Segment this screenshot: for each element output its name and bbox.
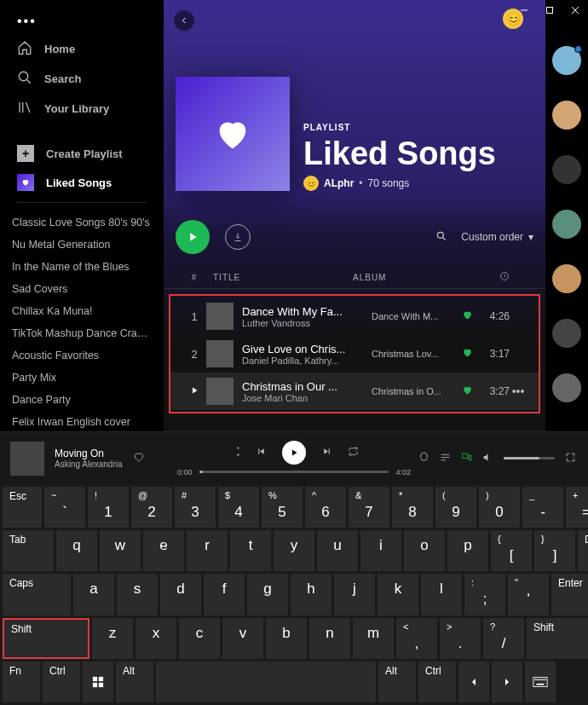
playlist-item[interactable]: Nu Metal Generation bbox=[12, 234, 152, 256]
minimize-button[interactable] bbox=[511, 0, 537, 20]
playlist-item[interactable]: Felix Irwan English cover bbox=[12, 411, 152, 433]
download-button[interactable] bbox=[225, 224, 251, 250]
key-y[interactable]: y bbox=[274, 530, 314, 571]
key-shift[interactable]: Shift bbox=[527, 618, 588, 659]
friend-avatar[interactable] bbox=[552, 373, 581, 402]
maximize-button[interactable] bbox=[537, 0, 562, 20]
key-alt[interactable]: Alt bbox=[116, 662, 153, 702]
key-2[interactable]: @2 bbox=[131, 487, 172, 528]
key-c[interactable]: c bbox=[179, 618, 220, 659]
key-b[interactable]: b bbox=[266, 618, 307, 659]
track-album[interactable]: Dance With M... bbox=[372, 311, 457, 321]
key-r[interactable]: r bbox=[187, 530, 228, 571]
key-a[interactable]: a bbox=[73, 574, 114, 615]
key-shift[interactable]: Shift bbox=[3, 618, 89, 659]
key-g[interactable]: g bbox=[247, 574, 288, 615]
playlist-item[interactable]: Party Mix bbox=[12, 367, 152, 389]
now-playing-artist[interactable]: Asking Alexandria bbox=[55, 459, 123, 469]
key-windows[interactable] bbox=[83, 662, 113, 702]
key-z[interactable]: z bbox=[92, 618, 133, 659]
liked-icon[interactable] bbox=[457, 309, 477, 323]
key-o[interactable]: o bbox=[404, 530, 445, 571]
sort-dropdown[interactable]: Custom order ▾ bbox=[461, 231, 533, 243]
key-keyboard-toggle[interactable] bbox=[525, 662, 556, 702]
key-m[interactable]: m bbox=[353, 618, 394, 659]
playlist-item[interactable]: Chillax Ka Muna! bbox=[12, 300, 152, 322]
friend-avatar[interactable] bbox=[552, 319, 581, 348]
key-0[interactable]: )0 bbox=[479, 487, 520, 528]
track-album[interactable]: Christmas in O... bbox=[372, 386, 457, 396]
app-menu-button[interactable]: ••• bbox=[17, 14, 37, 29]
key-v[interactable]: v bbox=[222, 618, 263, 659]
fullscreen-button[interactable] bbox=[565, 451, 576, 466]
friend-avatar[interactable] bbox=[552, 101, 581, 130]
sidebar-home[interactable]: Home bbox=[10, 34, 153, 64]
key-caps[interactable]: Caps bbox=[3, 574, 71, 615]
playlist-item[interactable]: In the Name of the Blues bbox=[12, 256, 152, 278]
liked-icon[interactable] bbox=[457, 347, 477, 361]
next-button[interactable] bbox=[321, 445, 332, 460]
lyrics-button[interactable] bbox=[418, 451, 429, 466]
playlist-item[interactable]: Dance Party bbox=[12, 389, 152, 411]
track-row[interactable]: 1 Dance With My Fa...Luther Vandross Dan… bbox=[170, 298, 539, 335]
key-arrow-right[interactable] bbox=[492, 662, 522, 702]
key-f[interactable]: f bbox=[204, 574, 245, 615]
track-artist[interactable]: Luther Vandross bbox=[242, 318, 372, 328]
key-arrow-left[interactable] bbox=[458, 662, 489, 702]
key-k[interactable]: k bbox=[378, 574, 418, 615]
queue-button[interactable] bbox=[440, 451, 451, 466]
repeat-button[interactable] bbox=[348, 445, 359, 460]
key-p[interactable]: p bbox=[447, 530, 488, 571]
key-alt[interactable]: Alt bbox=[378, 662, 416, 702]
key-j[interactable]: j bbox=[334, 574, 375, 615]
devices-button[interactable] bbox=[461, 451, 472, 466]
liked-songs-nav[interactable]: Liked Songs bbox=[0, 168, 164, 197]
search-icon[interactable] bbox=[435, 230, 447, 245]
sidebar-your-library[interactable]: Your Library bbox=[10, 94, 153, 124]
key-e[interactable]: e bbox=[143, 530, 184, 571]
play-pause-button[interactable] bbox=[282, 441, 306, 465]
track-artist[interactable]: Daniel Padilla, Kathry... bbox=[242, 355, 372, 366]
key-s[interactable]: s bbox=[117, 574, 158, 615]
key-,[interactable]: <, bbox=[396, 618, 437, 659]
track-more-button[interactable]: ••• bbox=[510, 384, 527, 398]
track-row[interactable]: Christmas in Our ...Jose Mari Chan Chris… bbox=[170, 373, 539, 410]
key-6[interactable]: ^6 bbox=[305, 487, 346, 528]
col-album[interactable]: ALBUM bbox=[353, 273, 455, 282]
key-=[interactable]: += bbox=[566, 487, 588, 528]
back-button[interactable] bbox=[174, 10, 194, 31]
key-;[interactable]: :; bbox=[464, 574, 505, 615]
create-playlist-button[interactable]: + Create Playlist bbox=[0, 139, 164, 168]
key-n[interactable]: n bbox=[309, 618, 350, 659]
key-9[interactable]: (9 bbox=[435, 487, 476, 528]
volume-slider[interactable] bbox=[504, 457, 555, 459]
play-button[interactable] bbox=[176, 220, 210, 254]
key-/[interactable]: ?/ bbox=[483, 618, 524, 659]
liked-icon[interactable] bbox=[457, 384, 477, 398]
friend-avatar[interactable] bbox=[552, 155, 581, 184]
key-5[interactable]: %5 bbox=[262, 487, 303, 528]
key-fn[interactable]: Fn bbox=[3, 662, 40, 702]
close-button[interactable] bbox=[562, 0, 588, 20]
volume-button[interactable] bbox=[482, 451, 493, 466]
sidebar-search[interactable]: Search bbox=[10, 64, 153, 94]
playlist-owner[interactable]: ALphr bbox=[324, 177, 354, 189]
key-d[interactable]: d bbox=[160, 574, 201, 615]
progress-bar[interactable] bbox=[199, 471, 389, 473]
key-'[interactable]: "' bbox=[508, 574, 549, 615]
key-`[interactable]: ~` bbox=[44, 487, 85, 528]
like-button[interactable] bbox=[133, 451, 145, 466]
key-h[interactable]: h bbox=[291, 574, 331, 615]
key-7[interactable]: &7 bbox=[349, 487, 389, 528]
track-album[interactable]: Christmas Lov... bbox=[372, 349, 457, 359]
key-u[interactable]: u bbox=[317, 530, 358, 571]
friend-avatar[interactable] bbox=[552, 210, 581, 239]
shuffle-button[interactable] bbox=[229, 445, 240, 460]
key-tab[interactable]: Tab bbox=[3, 530, 54, 571]
now-playing-art[interactable] bbox=[10, 442, 44, 476]
key-i[interactable]: i bbox=[360, 530, 401, 571]
clock-icon[interactable] bbox=[476, 271, 510, 283]
key-enter[interactable]: Enter bbox=[551, 574, 588, 615]
previous-button[interactable] bbox=[256, 445, 267, 460]
key-q[interactable]: q bbox=[56, 530, 97, 571]
